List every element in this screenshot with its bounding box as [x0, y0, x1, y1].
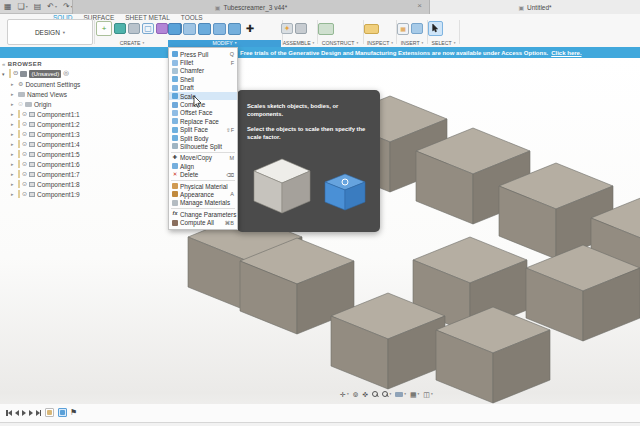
- browser-row-origin[interactable]: ▸⊙Origin: [2, 99, 116, 109]
- expand-icon[interactable]: ▸: [11, 91, 16, 97]
- visibility-eye-icon[interactable]: ⊙: [22, 171, 27, 177]
- menu-item-chamfer[interactable]: Chamfer: [169, 67, 237, 75]
- expand-icon[interactable]: ▸: [11, 111, 16, 117]
- visibility-eye-icon[interactable]: ⊙: [22, 131, 27, 137]
- menu-item-offset-face[interactable]: Offset Face: [169, 109, 237, 117]
- menu-item-draft[interactable]: Draft: [169, 84, 237, 92]
- browser-row-document-settings[interactable]: ▸⚙Document Settings: [2, 79, 116, 89]
- browser-row-component1-9[interactable]: ▸⊙Component1:9: [2, 189, 116, 199]
- menu-item-fillet[interactable]: FilletF: [169, 58, 237, 66]
- timeline-step-back-button[interactable]: [15, 410, 19, 416]
- menu-item-scale[interactable]: Scale: [169, 92, 237, 100]
- timeline-position-marker[interactable]: ⚑: [70, 409, 77, 417]
- visibility-eye-icon[interactable]: ⊙: [22, 181, 27, 187]
- construct-plane-icon[interactable]: [318, 23, 334, 35]
- visibility-eye-icon[interactable]: ⊙: [22, 141, 27, 147]
- timeline-step-forward-button[interactable]: [29, 410, 33, 416]
- visibility-eye-icon[interactable]: ⊙: [22, 161, 27, 167]
- offset-face-icon[interactable]: [228, 23, 241, 35]
- browser-row-component1-7[interactable]: ▸⊙Component1:7: [2, 169, 116, 179]
- visibility-eye-icon[interactable]: ⊙: [22, 121, 27, 127]
- group-label-construct[interactable]: CONSTRUCT▾: [318, 40, 362, 47]
- menu-item-move-copy[interactable]: ✚Move/CopyM: [169, 154, 237, 162]
- expand-icon[interactable]: ▸: [11, 191, 16, 197]
- visibility-eye-icon[interactable]: ⊙: [22, 191, 27, 197]
- timeline-feature-2[interactable]: [58, 408, 67, 417]
- expand-icon[interactable]: ▸: [11, 151, 16, 157]
- pan-icon[interactable]: ✜: [363, 391, 369, 398]
- close-tab-icon[interactable]: ×: [417, 1, 422, 10]
- expand-icon[interactable]: ▸: [11, 101, 16, 107]
- browser-row-component1-1[interactable]: ▸⊙Component1:1: [2, 109, 116, 119]
- menu-item-delete[interactable]: ✕Delete⌫: [169, 170, 237, 178]
- browser-row-component1-2[interactable]: ▸⊙Component1:2: [2, 119, 116, 129]
- move-copy-icon[interactable]: ✚: [243, 22, 257, 35]
- fit-icon[interactable]: ▾: [382, 391, 391, 397]
- menu-item-appearance[interactable]: AppearanceA: [169, 190, 237, 198]
- group-label-assemble[interactable]: ASSEMBLE▾: [281, 40, 316, 47]
- create-sketch-icon[interactable]: +: [96, 21, 112, 36]
- group-label-create[interactable]: CREATE▾: [96, 40, 168, 47]
- menu-item-replace-face[interactable]: Replace Face: [169, 117, 237, 125]
- menu-item-split-face[interactable]: Split Face⇧F: [169, 126, 237, 134]
- orbit-icon[interactable]: ✛▾: [340, 391, 349, 398]
- collapse-panel-icon[interactable]: «: [2, 61, 6, 67]
- look-at-icon[interactable]: ⊚: [353, 391, 359, 398]
- grid-snaps-icon[interactable]: ▦▾: [410, 391, 419, 398]
- document-tab-tubescreamer[interactable]: ▣ Tubescreamer_3 v44* ×: [72, 0, 430, 14]
- joint-icon[interactable]: [295, 23, 307, 34]
- viewports-icon[interactable]: ◫▾: [423, 391, 432, 398]
- visibility-eye-icon[interactable]: ⊙: [22, 111, 27, 117]
- expand-icon[interactable]: ▸: [11, 181, 16, 187]
- save-icon[interactable]: ▤: [34, 3, 42, 11]
- menu-item-physical-material[interactable]: Physical Material: [169, 182, 237, 190]
- measure-icon[interactable]: [364, 24, 379, 34]
- expand-icon[interactable]: ▸: [11, 171, 16, 177]
- shell-icon[interactable]: [198, 23, 211, 35]
- browser-row-component1-8[interactable]: ▸⊙Component1:8: [2, 179, 116, 189]
- menu-item-change-parameters[interactable]: fxChange Parameters: [169, 210, 237, 218]
- timeline-play-button[interactable]: [22, 410, 26, 416]
- group-label-modify[interactable]: MODIFY▾: [168, 40, 281, 47]
- browser-row-component1-6[interactable]: ▸⊙Component1:6: [2, 159, 116, 169]
- tooltip-gray-cube[interactable]: [254, 159, 310, 213]
- group-label-inspect[interactable]: INSPECT▾: [364, 40, 396, 47]
- menu-item-split-body[interactable]: Split Body: [169, 134, 237, 142]
- visibility-eye-icon[interactable]: ⊙: [18, 101, 23, 107]
- zoom-icon[interactable]: [372, 391, 378, 397]
- display-settings-icon[interactable]: ▾: [395, 392, 406, 397]
- menu-item-compute-all[interactable]: Compute All⌘B: [169, 218, 237, 226]
- browser-row-component1-3[interactable]: ▸⊙Component1:3: [2, 129, 116, 139]
- press-pull-icon[interactable]: [168, 23, 181, 35]
- menu-item-manage-materials[interactable]: Manage Materials: [169, 199, 237, 207]
- browser-row-named-views[interactable]: ▸Named Views: [2, 89, 116, 99]
- menu-item-combine[interactable]: Combine: [169, 100, 237, 108]
- expand-icon[interactable]: ▸: [11, 81, 16, 87]
- combine-icon[interactable]: [213, 23, 226, 35]
- expand-icon[interactable]: ▸: [11, 131, 16, 137]
- insert-file-icon[interactable]: ▦: [397, 23, 409, 35]
- workspace-selector[interactable]: DESIGN ▾: [7, 19, 93, 45]
- menu-item-align[interactable]: Align: [169, 162, 237, 170]
- create-patch-icon[interactable]: ▢: [142, 23, 154, 34]
- new-component-icon[interactable]: ✦: [281, 23, 293, 34]
- visibility-eye-icon[interactable]: ⊙: [22, 151, 27, 157]
- browser-header[interactable]: « BROWSER: [2, 59, 116, 68]
- visibility-eye-icon[interactable]: ⊙: [13, 70, 18, 77]
- create-revolve-icon[interactable]: [128, 23, 140, 34]
- app-grid-icon[interactable]: ▦: [4, 3, 12, 11]
- browser-row-component1-4[interactable]: ▸⊙Component1:4: [2, 139, 116, 149]
- undo-icon[interactable]: ↶▾: [47, 3, 57, 11]
- menu-item-shell[interactable]: Shell: [169, 75, 237, 83]
- collapse-icon[interactable]: ▾: [2, 71, 7, 77]
- banner-link[interactable]: Click here.: [551, 50, 581, 56]
- browser-root-row[interactable]: ▾ ⊙ (Unsaved) ◎: [2, 68, 116, 79]
- document-tab-untitled[interactable]: ▣ Untitled*: [430, 0, 640, 14]
- create-form-icon[interactable]: [114, 23, 126, 34]
- expand-icon[interactable]: ▸: [11, 161, 16, 167]
- browser-row-component1-5[interactable]: ▸⊙Component1:5: [2, 149, 116, 159]
- group-label-insert[interactable]: INSERT▾: [397, 40, 427, 47]
- canvas-image-icon[interactable]: [411, 23, 423, 34]
- menu-item-press-pull[interactable]: Press PullQ: [169, 50, 237, 58]
- timeline-skip-end-button[interactable]: [36, 410, 42, 416]
